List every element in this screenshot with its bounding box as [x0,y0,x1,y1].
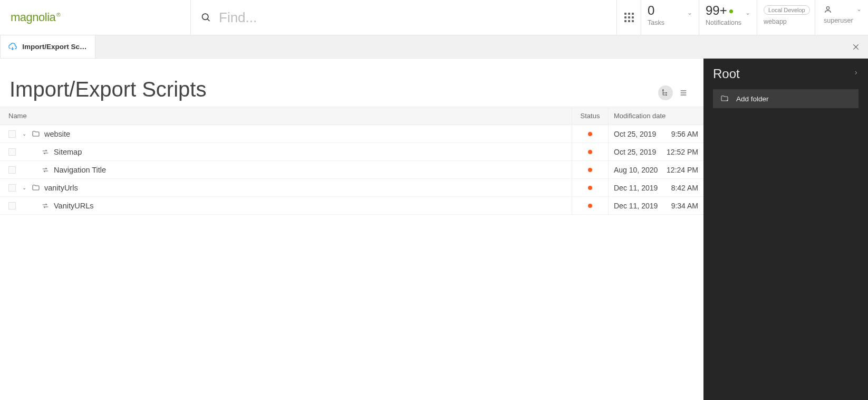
search-input[interactable] [219,9,607,26]
col-header-modification[interactable]: Modification date [609,107,703,125]
table-row[interactable]: Navigation Title Aug 10, 202012:24 PM [0,161,703,179]
status-dot-icon [588,150,592,154]
list-icon [679,89,688,97]
cloud-sync-icon [8,42,17,52]
row-date: Oct 25, 2019 [614,148,656,156]
top-bar: magnolia® 0 ⌄ Tasks 99+ ⌄ Notifications … [0,0,868,35]
table-row[interactable]: Sitemap Oct 25, 201912:52 PM [0,143,703,161]
row-checkbox[interactable] [8,166,16,174]
folder-icon [32,184,40,192]
close-icon [852,43,860,51]
table-row[interactable]: VanityURLs Dec 11, 20199:34 AM [0,197,703,215]
row-name: vanityUrls [44,184,78,192]
chevron-right-icon [853,69,859,79]
brand-logo[interactable]: magnolia® [11,11,60,24]
actions-title: Root [713,66,740,81]
page-title-zone: Import/Export Scripts [0,59,703,107]
swap-icon [41,166,50,174]
table-row[interactable]: ⌄ vanityUrls Dec 11, 20198:42 AM [0,179,703,197]
swap-icon [41,202,50,210]
row-time: 9:56 AM [671,130,698,138]
logo-zone: magnolia® [0,0,191,35]
action-label: Add folder [736,95,769,103]
row-checkbox[interactable] [8,184,16,192]
chevron-down-icon: ⌄ [856,5,862,13]
status-dot-icon [588,168,592,172]
tasks-label: Tasks [648,19,692,26]
svg-point-0 [202,14,208,20]
col-header-status[interactable]: Status [572,107,609,125]
table-header: Name Status Modification date [0,107,703,125]
status-dot-icon [588,132,592,136]
row-date: Dec 11, 2019 [614,184,658,192]
svg-point-6 [666,94,667,96]
tree-view-toggle[interactable] [658,85,673,100]
tab-bar: Import/Export Scri... [0,35,868,59]
row-name: Navigation Title [54,166,106,174]
tree-icon [661,89,670,97]
chevron-down-icon: ⌄ [687,9,692,16]
folder-icon [32,130,40,138]
add-folder-icon [720,94,729,103]
user-box[interactable]: superuser ⌄ [815,0,868,35]
main-area: Import/Export Scripts Name Status Modifi… [0,59,703,400]
actions-header[interactable]: Root [703,59,868,89]
col-header-mod-text: Modification date [614,112,666,120]
row-date: Aug 10, 2020 [614,166,658,174]
search-zone[interactable] [191,0,617,35]
grid-icon [624,13,634,22]
tasks-box[interactable]: 0 ⌄ Tasks [641,0,699,35]
table-row[interactable]: ⌄ website Oct 25, 20199:56 AM [0,125,703,143]
app-launcher-button[interactable] [617,0,641,35]
view-toggles [658,85,694,101]
expand-toggle[interactable]: ⌄ [22,185,27,191]
swap-icon [41,148,50,156]
row-name: VanityURLs [54,202,93,210]
user-icon [824,5,832,14]
notifications-count-text: 99+ [706,3,727,17]
row-time: 8:42 AM [671,184,698,192]
notification-indicator-icon [729,9,733,13]
search-icon [200,12,211,23]
brand-text: magnolia [11,11,55,24]
row-name: website [44,130,70,138]
row-date: Dec 11, 2019 [614,202,658,210]
notifications-label: Notifications [706,19,750,26]
svg-point-2 [826,7,829,9]
chevron-down-icon: ⌄ [745,9,750,16]
row-date: Oct 25, 2019 [614,130,656,138]
workspace: Import/Export Scripts Name Status Modifi… [0,59,868,400]
col-header-name[interactable]: Name [0,112,572,120]
actions-panel: Root Add folder [703,59,868,400]
notifications-box[interactable]: 99+ ⌄ Notifications [699,0,757,35]
add-folder-action[interactable]: Add folder [713,89,859,108]
svg-line-1 [207,19,209,21]
row-checkbox[interactable] [8,202,16,209]
tab-import-export[interactable]: Import/Export Scri... [0,35,95,58]
status-dot-icon [588,204,592,208]
svg-point-5 [666,92,667,93]
row-time: 9:34 AM [671,202,698,210]
tab-label: Import/Export Scri... [22,43,88,51]
brand-reg-mark: ® [56,12,60,18]
list-view-toggle[interactable] [676,85,691,100]
row-checkbox[interactable] [8,130,16,138]
svg-point-7 [663,90,664,91]
environment-label: webapp [764,18,808,25]
page-title: Import/Export Scripts [9,78,206,101]
tasks-count: 0 [648,4,654,17]
row-time: 12:24 PM [667,166,698,174]
environment-box[interactable]: Local Develop webapp [757,0,815,35]
expand-toggle[interactable]: ⌄ [22,131,27,137]
row-checkbox[interactable] [8,148,16,156]
row-time: 12:52 PM [667,148,698,156]
environment-pill: Local Develop [764,5,810,15]
status-dot-icon [588,186,592,190]
notifications-count: 99+ [706,4,733,17]
close-tab-button[interactable] [849,40,863,54]
row-name: Sitemap [54,148,82,156]
user-label: superuser [824,17,862,24]
